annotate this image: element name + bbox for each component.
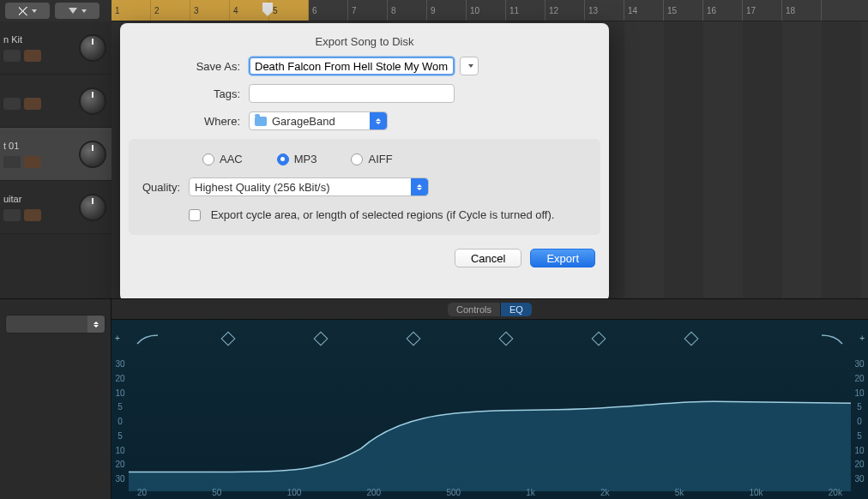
- track-label: n Kit: [3, 34, 41, 45]
- eq-freq-axis: 20501002005001k2k5k10k20k: [137, 488, 842, 497]
- editor-tabstrip: Controls EQ: [112, 298, 868, 319]
- radio-label: AIFF: [368, 153, 392, 165]
- solo-button[interactable]: [24, 156, 41, 168]
- folder-icon: [255, 117, 267, 126]
- ruler-bar[interactable]: 8: [388, 0, 427, 21]
- eq-db-scale-left: 302010505102030: [113, 359, 127, 484]
- tab-segment: Controls EQ: [448, 303, 532, 316]
- save-as-input[interactable]: [249, 57, 455, 75]
- scissors-tool[interactable]: [5, 3, 50, 19]
- tags-label: Tags:: [120, 87, 249, 100]
- track-row[interactable]: t 01: [0, 128, 112, 181]
- volume-knob[interactable]: [79, 34, 106, 62]
- solo-button[interactable]: [24, 209, 41, 221]
- format-radio-aiff[interactable]: AIFF: [351, 153, 392, 165]
- chevron-down-icon: [32, 9, 37, 13]
- inspector-popup[interactable]: [5, 315, 105, 334]
- checkbox-icon[interactable]: [189, 209, 201, 221]
- dialog-footer: Cancel Export: [120, 243, 609, 280]
- chevron-down-icon: [81, 9, 87, 13]
- volume-knob[interactable]: [79, 194, 106, 221]
- quality-value: Highest Quality (256 kBit/s): [195, 181, 330, 194]
- ruler-bar[interactable]: 16: [703, 0, 743, 21]
- ruler-bar[interactable]: 12: [546, 0, 585, 21]
- updown-icon: [370, 112, 387, 129]
- expand-button[interactable]: [460, 57, 479, 75]
- dialog-title: Export Song to Disk: [120, 23, 609, 57]
- dialog-options-group: AACMP3AIFF Quality: Highest Quality (256…: [129, 139, 600, 235]
- format-radio-mp3[interactable]: MP3: [277, 153, 317, 165]
- where-value: GarageBand: [272, 115, 335, 128]
- eq-highcut-handle[interactable]: [820, 334, 844, 346]
- radio-icon: [202, 153, 214, 165]
- ruler-bar[interactable]: 13: [585, 0, 624, 21]
- track-list: n Kit t 01 uitar: [0, 21, 112, 234]
- left-inspector: [0, 298, 112, 499]
- cancel-button[interactable]: Cancel: [455, 249, 521, 268]
- volume-knob[interactable]: [79, 87, 106, 115]
- playhead-icon[interactable]: [262, 3, 273, 11]
- track-row[interactable]: [0, 75, 112, 128]
- ruler-bar[interactable]: 18: [782, 0, 822, 21]
- track-label: t 01: [3, 141, 41, 151]
- quality-label: Quality:: [142, 181, 189, 194]
- radio-icon: [351, 153, 363, 165]
- ruler-bar[interactable]: 9: [427, 0, 467, 21]
- export-button[interactable]: Export: [530, 249, 595, 268]
- cycle-checkbox-row[interactable]: Export cycle area, or length of selected…: [189, 208, 587, 221]
- solo-button[interactable]: [24, 50, 41, 62]
- save-as-label: Save As:: [120, 60, 249, 73]
- solo-button[interactable]: [24, 98, 41, 110]
- ruler-bar[interactable]: 2: [151, 0, 190, 21]
- ruler-bar[interactable]: 3: [190, 0, 230, 21]
- timeline-ruler[interactable]: 123456789101112131415161718: [112, 0, 868, 21]
- ruler-bar[interactable]: 1: [112, 0, 151, 21]
- radio-label: AAC: [220, 153, 243, 165]
- format-radio-group: AACMP3AIFF: [202, 153, 587, 165]
- where-popup[interactable]: GarageBand: [249, 111, 388, 130]
- eq-db-scale-right: 302010505102030: [853, 359, 866, 484]
- tab-controls[interactable]: Controls: [448, 303, 501, 316]
- track-label: uitar: [3, 194, 41, 204]
- tab-eq[interactable]: EQ: [501, 303, 532, 316]
- radio-label: MP3: [294, 153, 317, 165]
- funnel-icon: [69, 8, 77, 14]
- where-label: Where:: [120, 115, 249, 128]
- mute-button[interactable]: [3, 50, 21, 62]
- cycle-label: Export cycle area, or length of selected…: [211, 208, 555, 221]
- eq-panel: + + 302010505102030 302010505102030 2050…: [112, 319, 868, 499]
- ruler-bar[interactable]: 14: [624, 0, 664, 21]
- ruler-bar[interactable]: 10: [467, 0, 506, 21]
- volume-knob[interactable]: [79, 141, 106, 168]
- radio-icon: [277, 153, 289, 165]
- eq-curve[interactable]: [129, 320, 851, 491]
- ruler-bar[interactable]: 5: [269, 0, 309, 21]
- chevron-down-icon: [468, 64, 473, 68]
- track-row[interactable]: n Kit: [0, 21, 112, 75]
- format-radio-aac[interactable]: AAC: [202, 153, 243, 165]
- ruler-bar[interactable]: 11: [506, 0, 546, 21]
- updown-icon: [87, 316, 105, 333]
- filter-tool[interactable]: [55, 3, 99, 19]
- ruler-bar[interactable]: 15: [664, 0, 703, 21]
- track-row[interactable]: uitar: [0, 181, 112, 234]
- ruler-bar[interactable]: 6: [309, 0, 348, 21]
- export-dialog: Export Song to Disk Save As: Tags: Where…: [120, 23, 609, 302]
- ruler-bar[interactable]: 17: [743, 0, 782, 21]
- tags-input[interactable]: [249, 84, 455, 103]
- mute-button[interactable]: [3, 156, 21, 168]
- quality-popup[interactable]: Highest Quality (256 kBit/s): [189, 177, 429, 196]
- mute-button[interactable]: [3, 209, 21, 221]
- eq-lowcut-handle[interactable]: [136, 334, 160, 346]
- ruler-bar[interactable]: 7: [348, 0, 388, 21]
- updown-icon: [411, 178, 428, 195]
- track-toolbar: [0, 0, 112, 21]
- mute-button[interactable]: [3, 98, 21, 110]
- scissors-icon: [19, 7, 27, 15]
